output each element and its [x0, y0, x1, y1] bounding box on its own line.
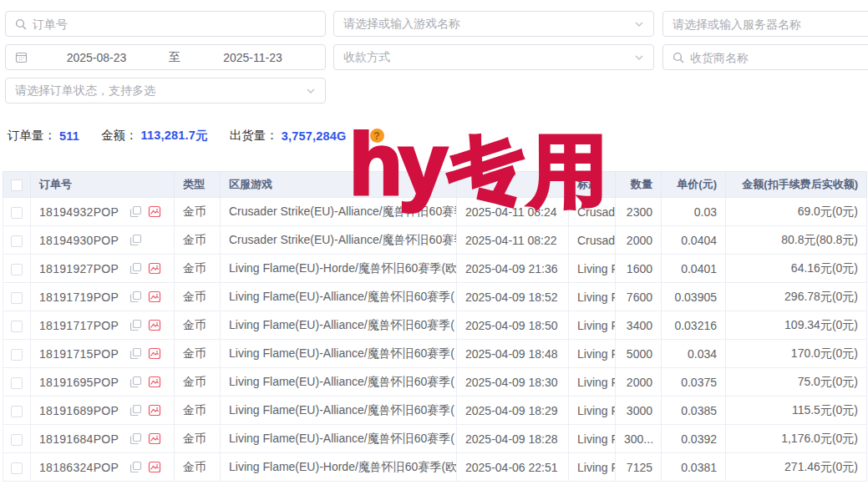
image-icon[interactable]: [148, 432, 161, 445]
copy-icon[interactable]: [129, 461, 142, 473]
copy-icon[interactable]: [129, 290, 142, 303]
copy-icon[interactable]: [129, 234, 142, 246]
order-time: 2025-04-11 08:22: [457, 226, 569, 255]
date-range-picker[interactable]: 2025-08-23 至 2025-11-23: [5, 44, 326, 70]
order-title: Living Fl: [569, 311, 616, 340]
order-type: 金币: [175, 368, 221, 397]
order-time: 2025-04-09 18:29: [457, 397, 569, 425]
image-icon[interactable]: [148, 461, 161, 473]
image-icon[interactable]: [148, 262, 161, 275]
order-number: 18191695POP: [39, 376, 119, 389]
order-qty: 3400: [616, 311, 662, 340]
copy-icon[interactable]: [129, 404, 142, 417]
stats-bar: 订单量： 511 金额： 113,281.7元 出货量： 3,757,284G …: [8, 128, 384, 144]
order-number: 18191719POP: [39, 290, 119, 304]
table-row: 18191927POP 金币 Living Flame(EU)-Horde/魔兽…: [3, 255, 867, 283]
row-checkbox[interactable]: [11, 292, 23, 304]
image-icon[interactable]: [148, 205, 161, 218]
game-server: Living Flame(EU)-Alliance/魔兽怀旧60赛季(: [221, 397, 457, 425]
order-type: 金币: [175, 226, 221, 255]
copy-icon[interactable]: [129, 347, 142, 360]
game-server: Living Flame(EU)-Alliance/魔兽怀旧60赛季(: [221, 311, 457, 340]
column-header-time: [457, 172, 569, 198]
table-row: 18191717POP 金币 Living Flame(EU)-Alliance…: [3, 311, 867, 340]
row-checkbox[interactable]: [11, 264, 23, 275]
amount-label: 金额：: [101, 128, 138, 144]
order-amount: 1,176.0元(0元): [726, 425, 867, 453]
row-checkbox[interactable]: [11, 406, 23, 417]
order-price: 0.03905: [662, 283, 726, 311]
date-end-value[interactable]: 2025-11-23: [190, 51, 316, 64]
server-name-select[interactable]: [662, 11, 868, 37]
server-name-input[interactable]: [673, 18, 868, 31]
order-title: Living Fl: [569, 368, 616, 397]
order-type: 金币: [175, 198, 221, 226]
order-amount: 271.46元(0元): [726, 453, 867, 482]
game-server: Living Flame(EU)-Horde/魔兽怀旧60赛季(欧: [221, 255, 457, 283]
chevron-down-icon: [634, 19, 644, 29]
table-row: 18191695POP 金币 Living Flame(EU)-Alliance…: [3, 368, 867, 397]
image-icon[interactable]: [148, 376, 161, 388]
order-price: 0.0385: [662, 397, 726, 425]
chevron-down-icon: [306, 86, 316, 96]
image-icon[interactable]: [148, 319, 161, 331]
order-number: 18191717POP: [39, 319, 119, 332]
copy-icon[interactable]: [129, 376, 142, 388]
order-title: Living Fl: [569, 425, 616, 453]
order-status-select[interactable]: 请选择订单状态，支持多选: [5, 78, 326, 104]
order-price: 0.03216: [662, 311, 726, 340]
row-checkbox[interactable]: [11, 349, 23, 361]
merchant-search-box[interactable]: [662, 44, 868, 70]
game-server: Living Flame(EU)-Alliance/魔兽怀旧60赛季(: [221, 340, 457, 368]
select-all-checkbox[interactable]: [11, 179, 23, 191]
order-qty: 2300: [616, 198, 662, 226]
order-qty: 7125: [616, 453, 662, 482]
row-checkbox[interactable]: [11, 434, 23, 446]
shipment-value: 3,757,284G: [282, 129, 347, 143]
image-icon[interactable]: [148, 347, 161, 360]
copy-icon[interactable]: [129, 205, 142, 218]
help-icon[interactable]: ?: [370, 129, 384, 143]
payment-method-select[interactable]: 收款方式: [333, 44, 654, 70]
order-time: 2025-04-09 18:30: [457, 368, 569, 397]
merchant-name-input[interactable]: [690, 51, 868, 64]
order-number: 18191927POP: [39, 262, 119, 275]
order-type: 金币: [175, 397, 221, 425]
table-row: 18191684POP 金币 Living Flame(EU)-Alliance…: [3, 425, 867, 453]
game-server: Living Flame(EU)-Horde/魔兽怀旧60赛季(欧: [221, 453, 457, 482]
column-header-game: 区服游戏: [221, 172, 457, 198]
table-row: 18191719POP 金币 Living Flame(EU)-Alliance…: [3, 283, 867, 311]
order-qty: 3000: [616, 397, 662, 425]
game-server: Living Flame(EU)-Alliance/魔兽怀旧60赛季(: [221, 368, 457, 397]
image-icon[interactable]: [148, 290, 161, 303]
copy-icon[interactable]: [129, 432, 142, 445]
order-price: 0.034: [662, 340, 726, 368]
order-time: 2025-04-06 22:51: [457, 453, 569, 482]
table-row: 18194932POP 金币 Crusader Strike(EU)-Allia…: [3, 198, 867, 226]
order-count-value: 511: [59, 129, 79, 143]
row-checkbox[interactable]: [11, 321, 23, 332]
table-row: 18191689POP 金币 Living Flame(EU)-Alliance…: [3, 397, 867, 425]
row-checkbox[interactable]: [11, 377, 23, 389]
order-number: 18191684POP: [39, 432, 119, 446]
order-no-search-box[interactable]: [5, 11, 326, 37]
payment-method-placeholder: 收款方式: [343, 50, 628, 65]
order-type: 金币: [175, 425, 221, 453]
table-row: 18186324POP 金币 Living Flame(EU)-Horde/魔兽…: [3, 453, 867, 482]
row-checkbox[interactable]: [11, 235, 23, 247]
search-icon: [15, 18, 27, 30]
order-no-input[interactable]: [33, 18, 316, 31]
game-name-select[interactable]: 请选择或输入游戏名称: [333, 11, 654, 37]
order-time: 2025-04-09 18:50: [457, 311, 569, 340]
copy-icon[interactable]: [129, 262, 142, 275]
order-price: 0.0401: [662, 255, 726, 283]
order-amount: 80.8元(80.8元): [726, 226, 867, 255]
order-type: 金币: [175, 255, 221, 283]
row-checkbox[interactable]: [11, 462, 23, 474]
table-body: 18194932POP 金币 Crusader Strike(EU)-Allia…: [3, 198, 867, 482]
table-row: 18191715POP 金币 Living Flame(EU)-Alliance…: [3, 340, 867, 368]
copy-icon[interactable]: [129, 319, 142, 331]
image-icon[interactable]: [148, 404, 161, 417]
date-start-value[interactable]: 2025-08-23: [33, 51, 160, 64]
row-checkbox[interactable]: [11, 207, 23, 219]
